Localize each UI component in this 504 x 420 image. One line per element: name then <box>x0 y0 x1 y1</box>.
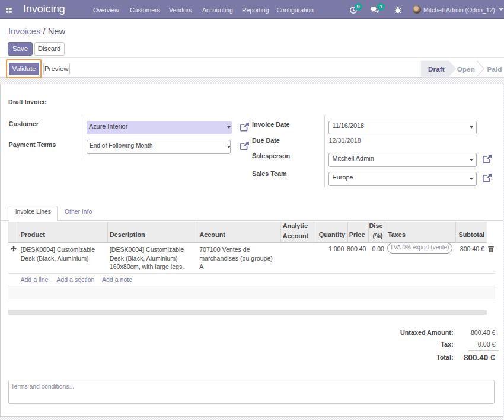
svg-text:Open: Open <box>457 65 475 73</box>
svg-text:Draft: Draft <box>428 65 445 73</box>
svg-text:Paid: Paid <box>487 65 502 73</box>
